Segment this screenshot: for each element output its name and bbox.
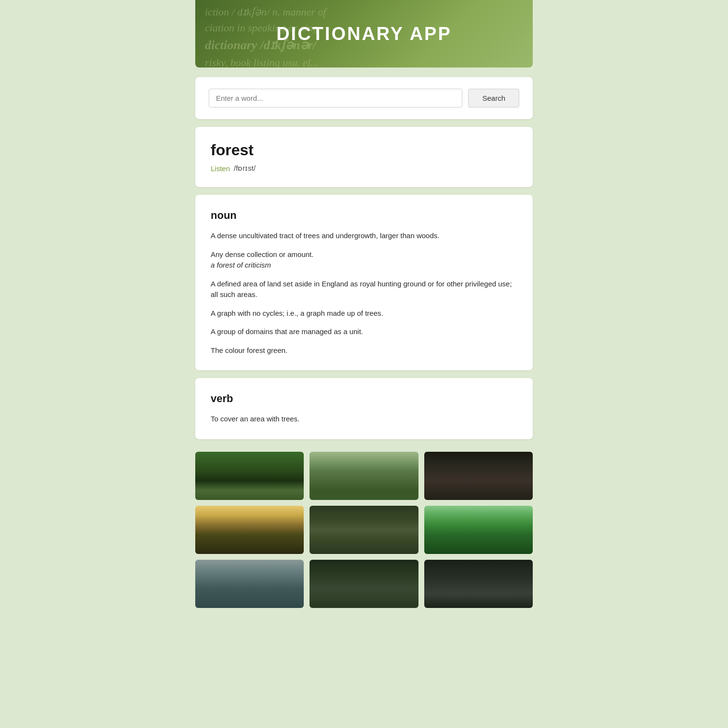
forest-image-8[interactable] bbox=[310, 560, 418, 608]
forest-image-6[interactable] bbox=[424, 506, 533, 554]
search-section: Search bbox=[195, 77, 533, 119]
noun-definition-card: noun A dense uncultivated tract of trees… bbox=[195, 195, 533, 370]
definition-item: A group of domains that are managed as a… bbox=[211, 326, 517, 337]
definition-item: A defined area of land set aside in Engl… bbox=[211, 279, 517, 300]
search-button[interactable]: Search bbox=[468, 89, 519, 108]
word-listen-row: Listen /fɒrɪst/ bbox=[211, 164, 517, 173]
app-title: DICTIONARY APP bbox=[276, 24, 452, 44]
word-card: forest Listen /fɒrɪst/ bbox=[195, 127, 533, 187]
forest-image-5[interactable] bbox=[310, 506, 418, 554]
forest-image-1[interactable] bbox=[195, 452, 304, 500]
forest-image-4[interactable] bbox=[195, 506, 304, 554]
header-banner: iction / dɪkʃən/ n. manner of ciation in… bbox=[195, 0, 533, 67]
part-of-speech-verb: verb bbox=[211, 392, 517, 405]
definition-item: A graph with no cycles; i.e., a graph ma… bbox=[211, 308, 517, 319]
forest-image-7[interactable] bbox=[195, 560, 304, 608]
definition-item: To cover an area with trees. bbox=[211, 414, 517, 425]
definition-example: a forest of criticism bbox=[211, 260, 517, 271]
word-title: forest bbox=[211, 141, 517, 159]
definition-item: The colour forest green. bbox=[211, 345, 517, 356]
forest-image-2[interactable] bbox=[310, 452, 418, 500]
image-grid-section bbox=[195, 447, 533, 613]
definition-item: A dense uncultivated tract of trees and … bbox=[211, 230, 517, 242]
search-input[interactable] bbox=[209, 89, 462, 108]
forest-image-9[interactable] bbox=[424, 560, 533, 608]
forest-image-3[interactable] bbox=[424, 452, 533, 500]
image-grid bbox=[195, 452, 533, 608]
verb-definition-card: verb To cover an area with trees. bbox=[195, 378, 533, 439]
definition-item: Any dense collection or amount. a forest… bbox=[211, 249, 517, 271]
word-phonetic: /fɒrɪst/ bbox=[234, 164, 256, 173]
part-of-speech-noun: noun bbox=[211, 209, 517, 222]
listen-link[interactable]: Listen bbox=[211, 164, 230, 173]
